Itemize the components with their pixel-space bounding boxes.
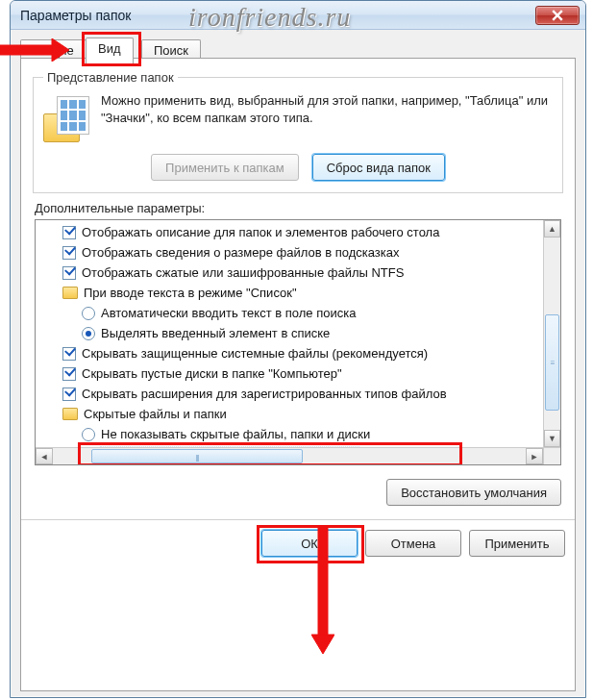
horizontal-scrollbar[interactable]: ◄ ||| ► bbox=[36, 447, 543, 464]
folder-icon bbox=[62, 408, 78, 420]
folder-presentation-text: Можно применить вид, выбранный для этой … bbox=[101, 92, 553, 126]
window-title: Параметры папок bbox=[20, 8, 535, 23]
list-item-label: Скрывать пустые диски в папке "Компьютер… bbox=[82, 366, 342, 381]
scroll-down-arrow[interactable]: ▼ bbox=[544, 430, 560, 447]
tab-view[interactable]: Вид bbox=[86, 38, 134, 63]
folder-presentation-legend: Представление папок bbox=[43, 70, 178, 85]
tab-panel-view: Представление папок Можно применить вид,… bbox=[20, 58, 576, 691]
list-item-label: Отображать описание для папок и элементо… bbox=[82, 225, 439, 239]
list-item-label: Автоматически вводить текст в поле поиск… bbox=[101, 306, 356, 320]
list-item[interactable]: Отображать сведения о размере файлов в п… bbox=[36, 242, 543, 262]
radio-button[interactable] bbox=[82, 428, 95, 441]
scrollbar-corner bbox=[543, 447, 560, 464]
checkbox[interactable] bbox=[62, 246, 76, 260]
checkbox[interactable] bbox=[62, 347, 76, 361]
scroll-right-arrow[interactable]: ► bbox=[526, 448, 543, 464]
radio-button[interactable] bbox=[82, 327, 95, 340]
list-item-label: Отображать сведения о размере файлов в п… bbox=[82, 245, 399, 260]
advanced-settings-label: Дополнительные параметры: bbox=[35, 201, 561, 215]
list-item-label: При вводе текста в режиме "Список" bbox=[84, 286, 297, 300]
checkbox[interactable] bbox=[62, 367, 76, 381]
scroll-left-arrow[interactable]: ◄ bbox=[36, 448, 53, 464]
apply-button[interactable]: Применить bbox=[469, 530, 565, 557]
list-item-label: Скрытые файлы и папки bbox=[84, 407, 227, 421]
list-item[interactable]: Не показывать скрытые файлы, папки и дис… bbox=[36, 424, 543, 444]
folder-icon bbox=[62, 287, 78, 299]
advanced-settings-list[interactable]: Отображать описание для папок и элементо… bbox=[35, 219, 561, 465]
list-item[interactable]: Скрывать защищенные системные файлы (рек… bbox=[36, 343, 543, 363]
ok-button[interactable]: ОК bbox=[261, 530, 358, 557]
apply-to-folders-button[interactable]: Применить к папкам bbox=[151, 154, 299, 181]
list-item[interactable]: Скрывать расширения для зарегистрированн… bbox=[36, 384, 543, 404]
reset-folders-button[interactable]: Сброс вида папок bbox=[312, 154, 445, 181]
titlebar[interactable]: Параметры папок bbox=[11, 1, 585, 30]
list-item-label: Скрывать расширения для зарегистрированн… bbox=[82, 387, 447, 401]
checkbox[interactable] bbox=[62, 388, 76, 401]
restore-defaults-button[interactable]: Восстановить умолчания bbox=[386, 479, 561, 506]
list-item-label: Отображать сжатые или зашифрованные файл… bbox=[82, 265, 404, 280]
folder-options-window: Параметры папок Общие Вид Поиск Представ… bbox=[10, 0, 586, 698]
vertical-scroll-thumb[interactable]: ≡ bbox=[545, 314, 559, 411]
checkbox[interactable] bbox=[62, 226, 76, 239]
checkbox[interactable] bbox=[62, 266, 76, 280]
list-item[interactable]: Отображать сжатые или зашифрованные файл… bbox=[36, 262, 543, 283]
list-item[interactable]: Скрывать пустые диски в папке "Компьютер… bbox=[36, 363, 543, 384]
close-button[interactable] bbox=[535, 6, 580, 25]
list-item-label: Не показывать скрытые файлы, папки и дис… bbox=[101, 427, 370, 441]
list-item[interactable]: Отображать описание для папок и элементо… bbox=[36, 222, 543, 242]
list-item[interactable]: Автоматически вводить текст в поле поиск… bbox=[36, 303, 543, 323]
close-icon bbox=[552, 10, 563, 21]
scroll-up-arrow[interactable]: ▲ bbox=[544, 220, 560, 238]
cancel-button[interactable]: Отмена bbox=[365, 530, 461, 557]
list-item-label: Скрывать защищенные системные файлы (рек… bbox=[82, 346, 428, 361]
folder-view-icon bbox=[43, 96, 89, 142]
list-item-label: Выделять введенный элемент в списке bbox=[101, 326, 330, 340]
folder-presentation-group: Представление папок Можно применить вид,… bbox=[33, 70, 563, 193]
list-item[interactable]: При вводе текста в режиме "Список" bbox=[36, 283, 543, 303]
horizontal-scroll-thumb[interactable]: ||| bbox=[91, 449, 303, 463]
list-item[interactable]: Скрытые файлы и папки bbox=[36, 404, 543, 424]
list-item[interactable]: Выделять введенный элемент в списке bbox=[36, 323, 543, 343]
radio-button[interactable] bbox=[82, 307, 95, 320]
vertical-scrollbar[interactable]: ▲ ≡ ▼ bbox=[543, 220, 560, 447]
